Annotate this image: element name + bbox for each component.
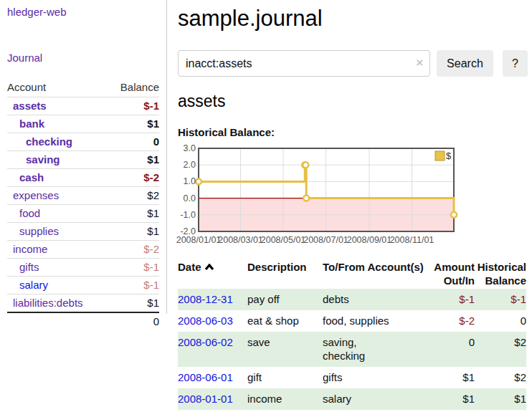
- accounts-total-row: 0: [7, 312, 159, 330]
- transaction-date-link[interactable]: 2008-06-01: [178, 371, 233, 383]
- search-bar: × Search ?: [178, 50, 528, 77]
- balance-cell: $-1: [475, 289, 526, 310]
- account-row: expenses$2: [7, 187, 159, 205]
- sidebar-account-link[interactable]: checking: [7, 135, 72, 148]
- description-cell: gift: [247, 367, 323, 388]
- accounts-total-value: 0: [153, 315, 159, 328]
- account-balance: $2: [147, 189, 159, 202]
- sidebar: hledger-web Journal Account Balance asse…: [0, 0, 167, 314]
- account-balance: $-1: [143, 100, 159, 112]
- account-row: saving$1: [7, 151, 159, 169]
- description-cell: save: [247, 332, 323, 367]
- accounts-table-header: Account Balance: [7, 79, 159, 97]
- account-balance: $-1: [143, 279, 159, 292]
- column-header-date[interactable]: Date: [178, 259, 247, 289]
- column-header-amount: Amount Out/In: [429, 259, 475, 289]
- sidebar-account-link[interactable]: food: [7, 207, 40, 220]
- amount-cell: $-1: [429, 289, 475, 310]
- balance-cell: 0: [475, 310, 526, 332]
- account-balance: $-2: [143, 171, 159, 184]
- sidebar-account-link[interactable]: salary: [7, 279, 48, 292]
- account-row: salary$-1: [7, 277, 159, 294]
- account-row: income$-2: [7, 241, 159, 259]
- register-row: 2008-06-01giftgifts$1$2: [178, 367, 526, 388]
- accounts-cell: debts: [323, 289, 429, 310]
- sidebar-account-link[interactable]: cash: [7, 171, 44, 184]
- account-balance: $1: [147, 225, 159, 238]
- balance-cell: $1: [475, 388, 526, 410]
- help-button[interactable]: ?: [503, 50, 528, 77]
- accounts-cell: gifts: [323, 367, 429, 388]
- account-balance: $1: [147, 118, 159, 130]
- sort-ascending-icon: [204, 260, 214, 274]
- account-heading: assets: [178, 92, 528, 111]
- account-column-header: Account: [7, 81, 46, 93]
- account-balance: $-2: [143, 243, 159, 256]
- account-balance: $1: [147, 207, 159, 220]
- balance-chart: $3.02.01.00.0-1.0-2.02008/01/012008/03/0…: [178, 145, 528, 247]
- date-cell: 2008-01-01: [178, 388, 247, 410]
- historical-balance-label: Historical Balance:: [178, 126, 528, 138]
- register-header-row: Date Description To/From Account(s) Amou…: [178, 259, 526, 289]
- description-cell: pay off: [247, 289, 323, 310]
- chart-y-axis-label: 1.0: [184, 176, 196, 186]
- sidebar-account-link[interactable]: income: [7, 243, 47, 256]
- legend-swatch: [435, 151, 445, 160]
- legend-label: $: [446, 150, 452, 161]
- sidebar-account-link[interactable]: bank: [7, 118, 44, 130]
- chart-x-axis-label: 2008/07/01: [303, 235, 348, 245]
- register-row: 2008-06-03eat & shopfood, supplies$-20: [178, 310, 526, 332]
- sidebar-account-link[interactable]: liabilities:debts: [7, 297, 83, 310]
- balance-cell: $2: [475, 332, 526, 367]
- chart-y-axis-label: -1.0: [180, 210, 196, 220]
- search-button[interactable]: Search: [437, 50, 493, 77]
- column-header-balance: Historical Balance: [475, 259, 526, 289]
- sidebar-account-link[interactable]: assets: [7, 100, 47, 112]
- date-cell: 2008-06-03: [178, 310, 247, 332]
- register-table: Date Description To/From Account(s) Amou…: [178, 259, 526, 410]
- account-balance: $1: [147, 153, 159, 166]
- chart-y-axis-label: 2.0: [184, 160, 196, 170]
- balance-chart-svg: $3.02.01.00.0-1.0-2.02008/01/012008/03/0…: [178, 145, 528, 247]
- amount-cell: $-2: [429, 310, 475, 332]
- date-cell: 2008-12-31: [178, 289, 247, 310]
- sidebar-account-link[interactable]: expenses: [7, 189, 59, 202]
- date-cell: 2008-06-02: [178, 332, 247, 367]
- data-point-marker: [303, 162, 308, 168]
- clear-search-icon[interactable]: ×: [416, 56, 423, 70]
- data-point-marker: [451, 212, 457, 218]
- chart-y-axis-label: 3.0: [184, 143, 196, 153]
- amount-cell: $1: [429, 388, 475, 410]
- account-balance: 0: [153, 135, 159, 148]
- brand-link[interactable]: hledger-web: [7, 6, 67, 18]
- search-input[interactable]: [178, 50, 430, 77]
- description-cell: eat & shop: [247, 310, 323, 332]
- sidebar-account-link[interactable]: saving: [7, 153, 60, 166]
- chart-x-axis-label: 2008/11/01: [390, 235, 434, 245]
- sidebar-account-link[interactable]: gifts: [7, 261, 39, 274]
- main-content: sample.journal × Search ? assets Histori…: [178, 0, 528, 410]
- account-row: cash$-2: [7, 169, 159, 187]
- balance-column-header: Balance: [120, 81, 159, 93]
- date-header-label: Date: [178, 261, 201, 273]
- accounts-cell: salary: [323, 388, 429, 410]
- account-row: liabilities:debts$1: [7, 294, 159, 312]
- transaction-date-link[interactable]: 2008-01-01: [178, 393, 233, 405]
- column-header-accounts: To/From Account(s): [323, 259, 429, 289]
- chart-x-axis-label: 2008/01/01: [176, 235, 222, 245]
- register-row: 2008-06-02savesaving, checking0$2: [178, 332, 526, 367]
- transaction-date-link[interactable]: 2008-12-31: [178, 293, 233, 305]
- nav-journal-link[interactable]: Journal: [7, 52, 166, 64]
- amount-cell: $1: [429, 367, 475, 388]
- account-row: checking0: [7, 133, 159, 151]
- account-row: bank$1: [7, 115, 159, 133]
- date-cell: 2008-06-01: [178, 367, 247, 388]
- transaction-date-link[interactable]: 2008-06-03: [178, 315, 233, 327]
- sidebar-account-link[interactable]: supplies: [7, 225, 59, 238]
- chart-x-axis-label: 2008/03/01: [218, 235, 263, 245]
- chart-x-axis-label: 2008/05/01: [261, 235, 306, 245]
- account-row: supplies$1: [7, 223, 159, 241]
- page-title: sample.journal: [178, 6, 528, 32]
- transaction-date-link[interactable]: 2008-06-02: [178, 336, 233, 348]
- register-row: 2008-12-31pay offdebts$-1$-1: [178, 289, 526, 310]
